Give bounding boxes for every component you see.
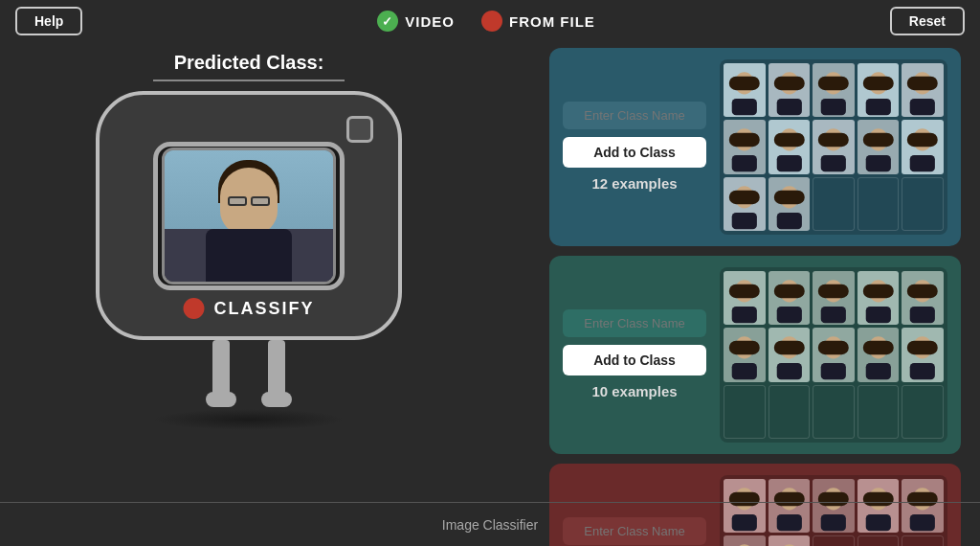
thumb-cell — [858, 385, 900, 439]
class-card-2: Add to Class 10 examples — [549, 256, 961, 454]
svg-rect-83 — [866, 363, 891, 379]
thumb-cell — [813, 177, 855, 231]
thumb-cell — [768, 63, 811, 117]
svg-rect-67 — [910, 307, 935, 323]
svg-rect-38 — [907, 133, 938, 148]
class-1-controls: Add to Class 12 examples — [563, 102, 706, 192]
svg-rect-19 — [910, 99, 935, 115]
class-1-examples: 12 examples — [591, 175, 677, 192]
footer: Image Classifier — [0, 502, 980, 546]
camera-flash — [346, 116, 373, 143]
thumb-cell — [768, 328, 811, 381]
thumb-cell — [858, 63, 900, 117]
leg-right — [268, 340, 285, 407]
svg-rect-62 — [863, 284, 894, 299]
svg-rect-3 — [732, 99, 757, 115]
svg-rect-31 — [821, 155, 846, 171]
svg-rect-11 — [821, 99, 846, 115]
svg-rect-55 — [776, 307, 801, 323]
camera-shadow — [153, 409, 345, 430]
video-toggle[interactable]: ✓ VIDEO — [377, 11, 455, 32]
person-body — [206, 229, 292, 282]
svg-rect-47 — [776, 213, 801, 229]
svg-rect-18 — [907, 77, 938, 91]
from-file-toggle[interactable]: FROM FILE — [481, 11, 595, 32]
from-file-label: FROM FILE — [509, 13, 595, 30]
thumb-cell — [813, 120, 855, 173]
camera-viewfinder-inner — [162, 148, 336, 284]
predicted-class-divider — [153, 80, 345, 81]
svg-rect-50 — [729, 284, 760, 299]
svg-rect-58 — [818, 284, 849, 299]
svg-rect-82 — [863, 341, 894, 355]
thumb-cell — [902, 385, 944, 439]
class-1-add-button[interactable]: Add to Class — [563, 137, 706, 168]
svg-rect-30 — [818, 133, 849, 148]
footer-text: Image Classifier — [442, 517, 538, 533]
svg-rect-46 — [773, 190, 804, 204]
thumb-cell — [724, 120, 766, 173]
svg-rect-26 — [773, 133, 804, 148]
classify-button[interactable]: CLASSIFY — [213, 299, 314, 319]
thumb-cell — [724, 328, 766, 381]
reset-button[interactable]: Reset — [890, 7, 965, 35]
svg-rect-23 — [732, 155, 757, 171]
svg-rect-70 — [729, 341, 760, 355]
thumb-cell — [858, 120, 900, 173]
thumb-cell — [902, 120, 944, 173]
camera-viewfinder — [153, 142, 345, 290]
thumb-cell — [858, 328, 900, 381]
classify-row: CLASSIFY — [183, 298, 314, 319]
svg-rect-34 — [863, 133, 894, 148]
thumb-cell — [724, 63, 766, 117]
thumb-cell — [813, 271, 855, 325]
video-check-icon: ✓ — [377, 11, 398, 32]
camera-robot: CLASSIFY — [96, 91, 402, 430]
svg-rect-87 — [910, 363, 935, 379]
class-2-name-input[interactable] — [563, 309, 706, 337]
class-card-1: Add to Class 12 examples — [549, 48, 961, 246]
left-panel: Predicted Class: — [0, 42, 498, 502]
svg-rect-63 — [866, 307, 891, 323]
svg-rect-39 — [910, 155, 935, 171]
person-photo — [165, 150, 333, 282]
svg-rect-79 — [821, 363, 846, 379]
svg-rect-15 — [866, 99, 891, 115]
svg-rect-42 — [729, 190, 760, 204]
leg-left-foot — [206, 392, 236, 407]
svg-rect-71 — [732, 363, 757, 379]
thumb-cell — [813, 63, 855, 117]
class-2-thumb-grid — [720, 267, 947, 443]
thumb-cell — [813, 328, 855, 381]
thumb-cell — [858, 177, 900, 231]
svg-rect-6 — [773, 77, 804, 91]
from-file-icon — [481, 11, 502, 32]
header: Help ✓ VIDEO FROM FILE Reset — [0, 0, 980, 42]
thumb-cell — [724, 177, 766, 231]
svg-rect-43 — [732, 213, 757, 229]
camera-body: CLASSIFY — [96, 91, 402, 340]
help-button[interactable]: Help — [15, 7, 82, 35]
svg-rect-74 — [773, 341, 804, 355]
thumb-cell — [768, 271, 811, 325]
class-2-add-button[interactable]: Add to Class — [563, 345, 706, 375]
thumb-cell — [902, 63, 944, 117]
svg-rect-22 — [729, 133, 760, 148]
class-1-thumb-grid — [720, 59, 947, 235]
svg-rect-54 — [773, 284, 804, 299]
person-head — [220, 168, 278, 235]
header-center: ✓ VIDEO FROM FILE — [377, 11, 595, 32]
svg-rect-51 — [732, 307, 757, 323]
video-label: VIDEO — [405, 13, 455, 30]
right-panel: Add to Class 12 examples — [549, 48, 961, 546]
thumb-cell — [813, 385, 855, 439]
svg-rect-66 — [907, 284, 938, 299]
svg-rect-2 — [729, 77, 760, 91]
thumb-cell — [724, 271, 766, 325]
thumb-cell — [768, 120, 811, 173]
svg-rect-7 — [776, 99, 801, 115]
svg-rect-27 — [776, 155, 801, 171]
svg-rect-35 — [866, 155, 891, 171]
class-1-name-input[interactable] — [563, 102, 706, 129]
thumb-cell — [724, 385, 766, 439]
